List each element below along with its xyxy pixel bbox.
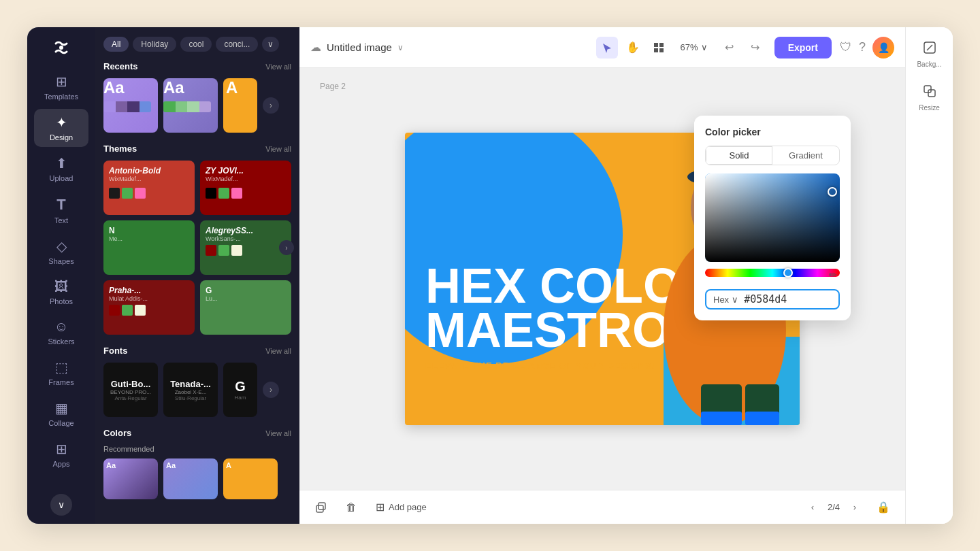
theme-card-6[interactable]: G Lu... [200, 280, 291, 335]
sidebar-item-stickers[interactable]: ☺ Stickers [34, 314, 88, 351]
hex-value-input[interactable] [744, 293, 874, 305]
sidebar-item-upload[interactable]: ⬆ Upload [34, 150, 88, 188]
themes-next-arrow[interactable]: › [279, 240, 294, 255]
filter-more-button[interactable]: ∨ [262, 37, 279, 52]
fonts-next-arrow[interactable]: › [263, 382, 279, 398]
filter-all[interactable]: All [103, 37, 129, 52]
text-icon: T [56, 196, 65, 214]
themes-header: Themes View all [103, 144, 291, 154]
theme-card-1[interactable]: Antonio-Bold WixMadef... [103, 161, 195, 215]
main-area: ☁ Untitled image ∨ ✋ 67% ∨ ↩ ↪ Export [299, 27, 905, 524]
colors-view-all[interactable]: View all [265, 429, 291, 437]
next-page-button[interactable]: › [845, 498, 864, 517]
color-card-2[interactable]: Aa [163, 458, 218, 499]
undo-button[interactable]: ↩ [719, 37, 740, 59]
recent-card-3[interactable]: A [223, 78, 257, 133]
upload-icon: ⬆ [56, 155, 67, 171]
font-2-name: Tenada-... [170, 379, 211, 389]
fonts-section: Fonts View all Guti-Bo... BEYOND PRO... … [95, 346, 299, 428]
themes-view-all[interactable]: View all [265, 145, 291, 153]
lock-button[interactable]: 🔒 [872, 497, 894, 518]
theme-card-5[interactable]: Praha-... Mulat Addis-... [103, 280, 195, 335]
filter-conci[interactable]: conci... [216, 37, 258, 52]
frames-icon: ⬚ [55, 359, 68, 375]
theme-card-2[interactable]: ZY JOVI... WixMadef... [200, 161, 291, 215]
hue-row: ✏ [705, 269, 840, 284]
font-card-2[interactable]: Tenada-... Zaobel X-E... Stilu-Regular [163, 363, 218, 417]
title-chevron-icon[interactable]: ∨ [397, 43, 404, 52]
sidebar-item-photos[interactable]: 🖼 Photos [34, 273, 88, 311]
hue-bar[interactable] [705, 269, 840, 277]
gradient-tab[interactable]: Gradient [772, 146, 839, 165]
templates-icon: ⊞ [56, 73, 67, 90]
sidebar-item-frames[interactable]: ⬚ Frames [34, 354, 88, 392]
app-logo[interactable] [49, 35, 74, 60]
topbar-icons: 🛡 ? 👤 [840, 37, 894, 59]
page-navigation: ‹ 2/4 › [803, 498, 864, 517]
svg-rect-14 [701, 412, 742, 425]
sidebar-item-apps[interactable]: ⊞ Apps [34, 435, 88, 473]
hex-mode-selector[interactable]: Hex ∨ [713, 295, 738, 305]
select-tool-button[interactable] [596, 37, 618, 59]
fonts-view-all[interactable]: View all [265, 347, 291, 355]
sidebar-item-shapes-label: Shapes [48, 257, 74, 265]
hex-input-row[interactable]: Hex ∨ [705, 289, 840, 310]
color-card-1[interactable]: Aa [103, 458, 158, 499]
move-tool-button[interactable]: ✋ [622, 37, 644, 59]
recents-next-arrow[interactable]: › [263, 97, 279, 114]
shield-icon[interactable]: 🛡 [840, 40, 852, 54]
page-counter: 2/4 [828, 502, 840, 512]
theme-card-3[interactable]: N Me... [103, 220, 195, 275]
filter-cool[interactable]: cool [180, 37, 212, 52]
font-3-name: G [235, 379, 246, 395]
color-picker-title: Color picker [705, 127, 840, 137]
recents-view-all[interactable]: View all [265, 63, 291, 71]
themes-grid: Antonio-Bold WixMadef... ZY JOVI... WixM… [103, 161, 291, 335]
theme-3-sub: Me... [109, 235, 189, 242]
photos-icon: 🖼 [54, 279, 68, 295]
eyedropper-icon[interactable]: ✏ [826, 268, 840, 282]
theme-card-4[interactable]: AlegreySS... WorkSans-... [200, 220, 291, 275]
font-card-3[interactable]: G Ham [223, 363, 257, 417]
zoom-button[interactable]: 67% ∨ [674, 39, 715, 55]
color-gradient-area[interactable] [705, 173, 840, 262]
background-tool[interactable]: Backg... [910, 35, 949, 73]
sidebar-expand-button[interactable]: ∨ [50, 494, 72, 516]
svg-rect-2 [659, 43, 664, 47]
resize-tool[interactable]: Resize [910, 79, 949, 117]
filter-holiday[interactable]: Holiday [133, 37, 176, 52]
svg-rect-1 [654, 43, 658, 47]
sidebar-item-templates[interactable]: ⊞ Templates [34, 68, 88, 106]
font-card-1[interactable]: Guti-Bo... BEYOND PRO... Anta-Regular [103, 363, 158, 417]
color-card-3[interactable]: A [223, 458, 278, 499]
sidebar-item-stickers-label: Stickers [48, 337, 74, 346]
theme-1-sub: WixMadef... [109, 176, 189, 182]
solid-tab[interactable]: Solid [706, 146, 772, 165]
recent-card-2[interactable]: Aa [163, 78, 218, 133]
hue-thumb[interactable] [783, 268, 793, 278]
grid-tool-button[interactable] [648, 37, 670, 59]
redo-button[interactable]: ↪ [745, 37, 766, 59]
sidebar-item-text[interactable]: T Text [34, 190, 88, 230]
add-page-icon: ⊞ [376, 501, 385, 514]
svg-rect-15 [745, 412, 779, 425]
theme-6-sub: Lu... [206, 295, 286, 302]
sidebar-item-design[interactable]: ✦ Design [34, 109, 88, 147]
colors-section: Colors View all Recommended Aa Aa A [95, 428, 299, 510]
sidebar-item-shapes[interactable]: ◇ Shapes [34, 233, 88, 271]
design-icon: ✦ [56, 114, 67, 131]
duplicate-page-button[interactable] [310, 497, 332, 518]
resize-label: Resize [919, 104, 940, 112]
add-page-button[interactable]: ⊞ Add page [370, 498, 432, 516]
svg-rect-4 [659, 48, 664, 52]
delete-page-button[interactable]: 🗑 [340, 497, 362, 518]
recent-card-1[interactable]: Aa [103, 78, 158, 133]
filter-bar: All Holiday cool conci... ∨ [95, 27, 299, 61]
export-button[interactable]: Export [774, 37, 832, 59]
sidebar-item-collage[interactable]: ▦ Collage [34, 395, 88, 433]
user-avatar[interactable]: 👤 [872, 37, 894, 59]
help-icon[interactable]: ? [859, 40, 866, 54]
color-picker-thumb[interactable] [828, 187, 837, 197]
prev-page-button[interactable]: ‹ [803, 498, 822, 517]
document-title[interactable]: Untitled image [327, 41, 392, 53]
